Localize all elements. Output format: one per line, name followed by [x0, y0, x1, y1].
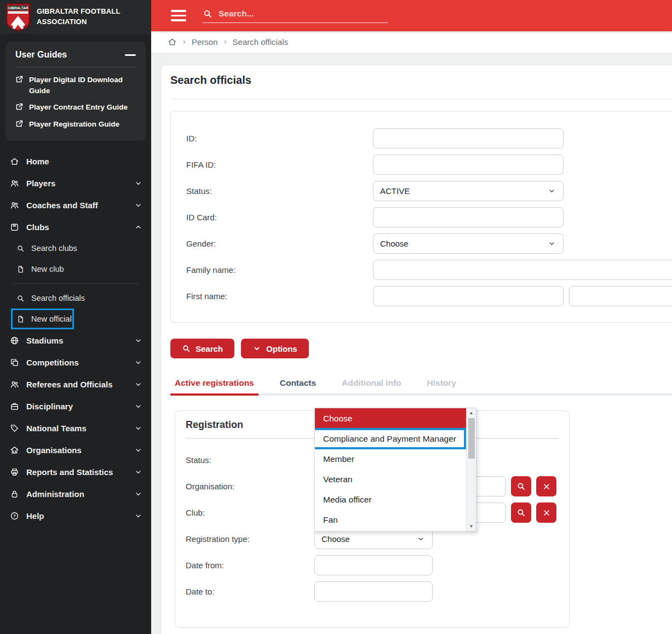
tab-contacts[interactable]: Contacts	[275, 375, 320, 396]
guide-link-digital-id[interactable]: Player Digital ID Download Guide	[15, 75, 136, 96]
search-button[interactable]: Search	[170, 339, 234, 358]
search-icon	[16, 294, 25, 302]
tag-icon	[10, 424, 19, 433]
organisation-clear-button[interactable]	[536, 476, 556, 496]
dropdown-option-media-officer[interactable]: Media officer	[315, 489, 466, 510]
sidebar-item-national-teams[interactable]: National Teams	[0, 417, 151, 439]
sidebar-item-competitions[interactable]: Competitions	[0, 351, 151, 373]
hamburger-menu-icon[interactable]	[171, 10, 186, 21]
sidebar-item-administration[interactable]: Administration	[0, 483, 151, 505]
scrollbar-thumb[interactable]	[468, 418, 475, 459]
file-icon	[16, 265, 25, 273]
sidebar-item-home[interactable]: Home	[0, 150, 151, 172]
home-icon[interactable]	[168, 37, 177, 47]
dropdown-option-member[interactable]: Member	[315, 449, 466, 469]
fifa-id-label: FIFA ID:	[186, 160, 373, 169]
chevron-down-icon	[134, 358, 142, 367]
chevron-up-icon	[134, 223, 142, 231]
date-from-input[interactable]	[314, 555, 433, 575]
sidebar-item-search-clubs[interactable]: Search clubs	[0, 238, 151, 259]
org-name: GIBRALTAR FOOTBALL ASSOCIATION	[37, 7, 120, 27]
sidebar-item-reports-and-statistics[interactable]: Reports and Statistics	[0, 461, 151, 483]
divider	[170, 99, 672, 99]
chevron-down-icon	[134, 336, 142, 345]
first-name-secondary-input[interactable]	[569, 286, 672, 306]
role-dropdown-popup: Choose Compliance and Payment Manager Me…	[314, 408, 476, 532]
chevron-down-icon	[134, 512, 142, 520]
organisation-search-button[interactable]	[511, 476, 531, 496]
dropdown-option-veteran[interactable]: Veteran	[315, 469, 466, 489]
club-search-button[interactable]	[511, 502, 531, 523]
external-link-icon	[15, 75, 24, 83]
gender-select-value: Choose	[380, 239, 409, 248]
dropdown-option-fan[interactable]: Fan	[315, 510, 466, 530]
search-icon	[203, 9, 212, 19]
sidebar-item-players[interactable]: Players	[0, 172, 151, 194]
search-icon	[182, 344, 191, 353]
search-icon	[516, 508, 526, 517]
sidebar-item-clubs[interactable]: Clubs	[0, 216, 151, 238]
date-to-input[interactable]	[314, 581, 433, 602]
global-search-input[interactable]: Search...	[203, 9, 388, 23]
sidebar-item-new-club[interactable]: New club	[0, 259, 151, 279]
search-icon	[16, 244, 25, 253]
top-bar: Search...	[151, 0, 672, 31]
chevron-down-icon	[134, 380, 142, 389]
family-name-input[interactable]	[373, 260, 672, 280]
sidebar-item-disciplinary[interactable]: Disciplinary	[0, 395, 151, 417]
sidebar-item-referees-and-officials[interactable]: Referees and Officials	[0, 373, 151, 395]
reg-status-label: Status:	[186, 455, 314, 465]
chevron-down-icon	[134, 490, 142, 498]
registration-type-value: Choose	[321, 534, 350, 544]
page-title: Search officials	[170, 73, 672, 87]
bank-icon	[10, 445, 19, 455]
user-guides-panel: User Guides Player Digital ID Download G…	[5, 42, 146, 141]
lock-icon	[10, 489, 19, 499]
svg-text:?: ?	[13, 513, 16, 518]
dropdown-option-choose[interactable]: Choose	[315, 408, 466, 429]
dropdown-scrollbar[interactable]: ▲ ▼	[466, 408, 476, 531]
family-name-label: Family name:	[186, 265, 373, 275]
breadcrumb-search-officials: Search officials	[233, 37, 288, 47]
registration-type-select[interactable]: Choose	[314, 529, 433, 549]
sidebar: GIBRALTAR GIBRALTAR FOOTBALL ASSOCIATION…	[0, 0, 151, 634]
collapse-icon[interactable]	[125, 54, 136, 56]
id-label: ID:	[186, 134, 373, 143]
first-name-input[interactable]	[373, 286, 564, 306]
chevron-down-icon	[134, 424, 142, 432]
action-buttons: Search Options	[170, 339, 672, 358]
search-placeholder: Search...	[219, 9, 254, 19]
gender-select[interactable]: Choose	[373, 233, 564, 254]
guide-link-registration[interactable]: Player Registration Guide	[15, 119, 136, 130]
scroll-down-icon[interactable]: ▼	[467, 524, 476, 529]
chevron-down-icon	[134, 179, 142, 187]
breadcrumb-person[interactable]: Person	[192, 37, 218, 47]
sidebar-item-help[interactable]: ? Help	[0, 505, 151, 527]
tab-history[interactable]: History	[423, 375, 461, 396]
tab-additional-info[interactable]: Additional info	[337, 375, 405, 396]
sidebar-item-stadiums[interactable]: Stadiums	[0, 329, 151, 351]
chevron-down-icon	[417, 535, 425, 543]
scroll-up-icon[interactable]: ▲	[467, 410, 476, 415]
content-area: Search officials ID: FIFA ID: Status: AC…	[151, 53, 672, 634]
status-select[interactable]: ACTIVE	[373, 181, 564, 201]
guide-link-contract-entry[interactable]: Player Contract Entry Guide	[15, 102, 136, 113]
sidebar-item-organisations[interactable]: Organisations	[0, 439, 151, 461]
gfa-logo: GIBRALTAR	[5, 3, 31, 31]
sidebar-item-new-official[interactable]: New official	[0, 309, 151, 329]
gender-label: Gender:	[186, 239, 373, 248]
coaches-icon	[10, 201, 19, 210]
options-button[interactable]: Options	[241, 339, 309, 358]
fifa-id-input[interactable]	[373, 155, 564, 175]
players-icon	[10, 179, 19, 188]
club-clear-button[interactable]	[536, 502, 556, 523]
file-icon	[16, 315, 25, 323]
tab-active-registrations[interactable]: Active registrations	[170, 375, 259, 396]
chevron-down-icon	[252, 344, 261, 353]
sidebar-item-coaches-and-staff[interactable]: Coaches and Staff	[0, 194, 151, 216]
sidebar-item-search-officials[interactable]: Search officials	[0, 288, 151, 309]
id-input[interactable]	[373, 128, 564, 148]
id-card-input[interactable]	[373, 207, 564, 227]
dropdown-option-compliance-and-payment-manager[interactable]: Compliance and Payment Manager	[315, 429, 466, 449]
help-icon: ?	[10, 511, 19, 521]
